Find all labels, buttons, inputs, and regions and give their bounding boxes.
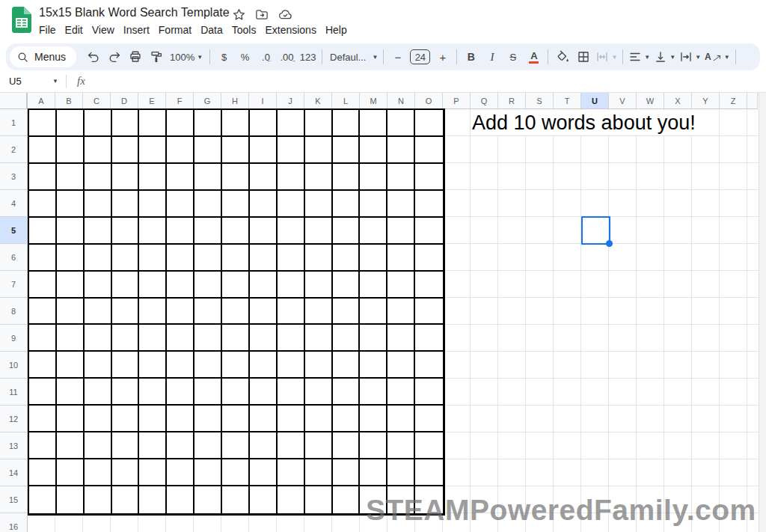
grid-cell-f7[interactable] xyxy=(167,272,194,299)
bold-button[interactable]: B xyxy=(461,47,481,67)
grid-cell-i3[interactable] xyxy=(250,164,278,191)
grid-cell-o14[interactable] xyxy=(415,459,443,486)
grid-cell-i2[interactable] xyxy=(250,137,278,164)
grid-cell-d7[interactable] xyxy=(112,272,140,299)
column-header-c[interactable]: C xyxy=(83,93,111,109)
grid-cell-m12[interactable] xyxy=(360,406,387,432)
print-button[interactable] xyxy=(125,47,145,67)
menu-item-view[interactable]: View xyxy=(88,22,119,37)
horizontal-align-button[interactable]: ▼ xyxy=(627,47,652,67)
name-box[interactable]: U5 ▼ xyxy=(0,76,66,87)
fill-handle[interactable] xyxy=(606,240,613,247)
grid-cell-b12[interactable] xyxy=(57,406,85,432)
grid-cell-n4[interactable] xyxy=(387,191,415,218)
grid-cell-k5[interactable] xyxy=(305,218,333,245)
grid-cell-i11[interactable] xyxy=(250,379,278,406)
grid-cell-h4[interactable] xyxy=(222,191,250,218)
grid-cell-b4[interactable] xyxy=(57,191,85,218)
grid-cell-c2[interactable] xyxy=(85,137,112,164)
column-header-b[interactable]: B xyxy=(55,93,83,109)
grid-cell-n3[interactable] xyxy=(387,164,415,191)
grid-cell-m13[interactable] xyxy=(360,432,387,459)
grid-cell-c4[interactable] xyxy=(85,191,112,218)
grid-cell-b8[interactable] xyxy=(57,299,85,325)
column-header-p[interactable]: P xyxy=(443,93,471,109)
grid-cell-l8[interactable] xyxy=(333,299,361,325)
grid-cell-e9[interactable] xyxy=(139,325,167,352)
row-header-14[interactable]: 14 xyxy=(0,459,28,486)
grid-cell-i15[interactable] xyxy=(250,486,278,513)
grid-cell-l10[interactable] xyxy=(333,352,361,379)
redo-button[interactable] xyxy=(104,47,124,67)
grid-cell-e2[interactable] xyxy=(139,137,167,164)
grid-cell-g1[interactable] xyxy=(194,110,222,137)
grid-cell-j7[interactable] xyxy=(278,272,305,299)
grid-cell-l14[interactable] xyxy=(333,459,361,486)
grid-cell-k6[interactable] xyxy=(305,245,333,272)
grid-cell-d10[interactable] xyxy=(112,352,140,379)
grid-cell-h2[interactable] xyxy=(222,137,250,164)
column-header-r[interactable]: R xyxy=(498,93,526,109)
grid-cell-k10[interactable] xyxy=(305,352,333,379)
grid-cell-b13[interactable] xyxy=(57,432,85,459)
column-header-a[interactable]: A xyxy=(28,93,55,109)
grid-cell-o11[interactable] xyxy=(415,379,443,406)
column-header-w[interactable]: W xyxy=(637,93,664,109)
grid-cell-a10[interactable] xyxy=(29,352,57,379)
grid-cell-a9[interactable] xyxy=(29,325,57,352)
grid-cell-j13[interactable] xyxy=(278,432,305,459)
grid-cell-b2[interactable] xyxy=(57,137,85,164)
column-header-t[interactable]: T xyxy=(554,93,581,109)
grid-cell-n6[interactable] xyxy=(387,245,415,272)
grid-cell-k11[interactable] xyxy=(305,379,333,406)
grid-cell-a5[interactable] xyxy=(29,218,57,245)
grid-cell-e11[interactable] xyxy=(139,379,167,406)
grid-cell-a12[interactable] xyxy=(29,406,57,432)
grid-cell-b10[interactable] xyxy=(57,352,85,379)
row-header-3[interactable]: 3 xyxy=(0,163,28,190)
grid-cell-b7[interactable] xyxy=(57,272,85,299)
row-header-12[interactable]: 12 xyxy=(0,406,28,432)
grid-cell-f11[interactable] xyxy=(167,379,194,406)
grid-cell-l4[interactable] xyxy=(333,191,361,218)
text-wrap-button[interactable]: ▼ xyxy=(678,47,702,67)
format-percent-button[interactable]: % xyxy=(235,47,255,67)
column-header-z[interactable]: Z xyxy=(720,93,747,109)
grid-cell-f12[interactable] xyxy=(167,406,194,432)
row-header-10[interactable]: 10 xyxy=(0,352,28,379)
column-header-y[interactable]: Y xyxy=(692,93,720,109)
grid-cell-f10[interactable] xyxy=(167,352,194,379)
row-header-11[interactable]: 11 xyxy=(0,379,28,406)
column-header-j[interactable]: J xyxy=(277,93,304,109)
grid-cell-c11[interactable] xyxy=(85,379,112,406)
grid-cell-c3[interactable] xyxy=(85,164,112,191)
more-formats-button[interactable]: 123 xyxy=(298,47,318,67)
grid-cell-o12[interactable] xyxy=(415,406,443,432)
grid-cell-n1[interactable] xyxy=(387,110,415,137)
grid-cell-f8[interactable] xyxy=(167,299,194,325)
grid-cell-d11[interactable] xyxy=(112,379,140,406)
grid-cell-h3[interactable] xyxy=(222,164,250,191)
grid-cell-c6[interactable] xyxy=(85,245,112,272)
grid-cell-f15[interactable] xyxy=(167,486,194,513)
grid-cell-m10[interactable] xyxy=(360,352,387,379)
grid-cell-f4[interactable] xyxy=(167,191,194,218)
column-header-l[interactable]: L xyxy=(332,93,360,109)
grid-cell-c12[interactable] xyxy=(85,406,112,432)
grid-cell-i7[interactable] xyxy=(250,272,278,299)
grid-cell-j4[interactable] xyxy=(278,191,305,218)
grid-cell-d6[interactable] xyxy=(112,245,140,272)
grid-cell-l1[interactable] xyxy=(333,110,361,137)
grid-cell-l9[interactable] xyxy=(333,325,361,352)
column-header-n[interactable]: N xyxy=(387,93,415,109)
grid-cell-d2[interactable] xyxy=(112,137,140,164)
grid-cell-m14[interactable] xyxy=(360,459,387,486)
row-header-7[interactable]: 7 xyxy=(0,271,28,298)
grid-cell-k14[interactable] xyxy=(305,459,333,486)
fx-icon[interactable]: fx xyxy=(77,75,85,88)
grid-cell-j10[interactable] xyxy=(278,352,305,379)
grid-cell-e10[interactable] xyxy=(139,352,167,379)
grid-cell-d3[interactable] xyxy=(112,164,140,191)
grid-cell-e13[interactable] xyxy=(139,432,167,459)
grid-cell-c7[interactable] xyxy=(85,272,112,299)
